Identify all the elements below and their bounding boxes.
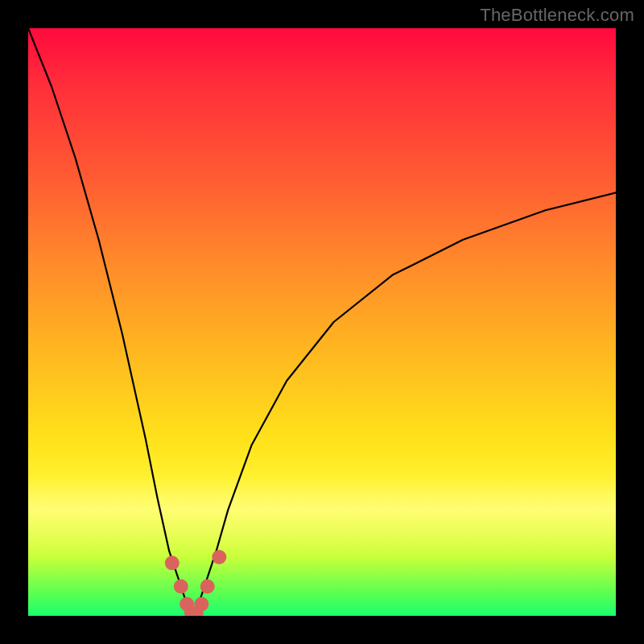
plot-area [28,28,616,616]
bottleneck-curve [28,28,616,616]
curve-group [28,28,616,616]
highlight-dot [165,555,180,570]
highlight-dot [212,550,226,564]
highlight-dot-group [165,550,226,616]
watermark-text: TheBottleneck.com [480,5,634,26]
chart-stage: TheBottleneck.com [0,0,644,644]
highlight-dot [174,580,188,594]
highlight-dot [194,597,208,611]
highlight-dot [200,580,215,594]
curve-layer [28,28,616,616]
